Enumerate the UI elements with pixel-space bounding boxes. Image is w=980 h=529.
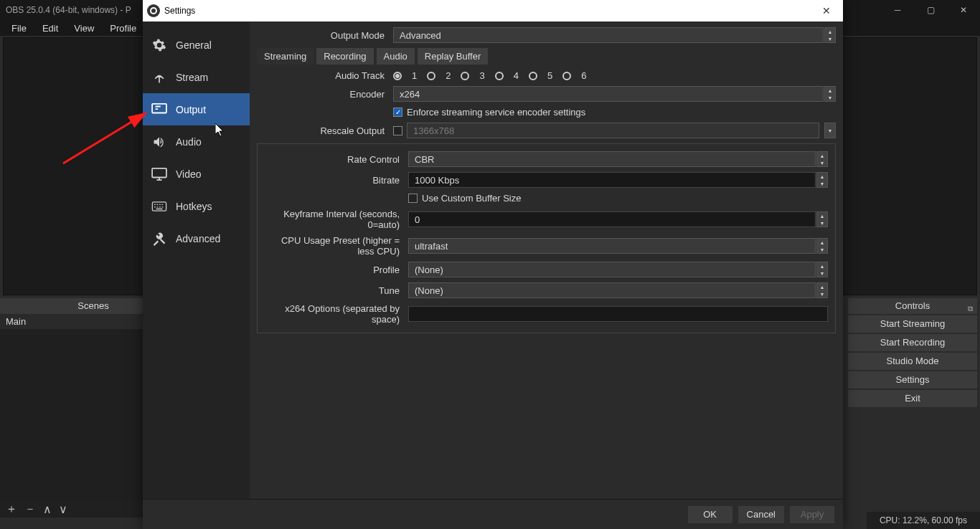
status-bar: CPU: 12.2%, 60.00 fps xyxy=(867,512,980,529)
audio-track-5-radio[interactable] xyxy=(529,72,537,80)
settings-content: Output Mode Advanced ▲▼ Streaming Record… xyxy=(250,22,843,499)
audio-track-3-label: 3 xyxy=(479,70,484,81)
output-mode-select[interactable]: Advanced xyxy=(393,27,824,43)
cpu-preset-spin[interactable]: ▲▼ xyxy=(816,238,828,254)
audio-track-1-label: 1 xyxy=(412,70,417,81)
rescale-spin: ▼ xyxy=(824,123,836,138)
menu-file[interactable]: File xyxy=(4,22,34,35)
svg-rect-3 xyxy=(152,168,166,177)
settings-dialog: Settings ✕ General Stream Output xyxy=(143,0,843,529)
audio-track-label: Audio Track xyxy=(257,70,393,81)
display-icon xyxy=(150,168,169,181)
settings-nav: General Stream Output Audio xyxy=(143,22,250,499)
keyboard-icon xyxy=(150,201,169,211)
menu-edit[interactable]: Edit xyxy=(35,22,65,35)
start-recording-button[interactable]: Start Recording xyxy=(848,334,977,351)
apply-button[interactable]: Apply xyxy=(790,506,834,523)
close-button[interactable]: ✕ xyxy=(947,0,980,20)
cpu-preset-select[interactable]: ultrafast xyxy=(408,238,816,254)
nav-advanced-label: Advanced xyxy=(176,233,220,244)
svg-rect-2 xyxy=(152,103,166,113)
audio-track-5-label: 5 xyxy=(547,70,552,81)
rate-control-spin[interactable]: ▲▼ xyxy=(816,151,828,167)
nav-advanced[interactable]: Advanced xyxy=(143,222,250,254)
output-tabs: Streaming Recording Audio Replay Buffer xyxy=(257,48,836,65)
audio-track-4-radio[interactable] xyxy=(495,72,504,80)
ok-button[interactable]: OK xyxy=(688,506,732,523)
gear-icon xyxy=(150,38,169,52)
keyframe-spin[interactable]: ▲▼ xyxy=(816,211,828,227)
settings-close-button[interactable]: ✕ xyxy=(810,0,843,22)
nav-audio[interactable]: Audio xyxy=(143,125,250,158)
tab-replay-buffer[interactable]: Replay Buffer xyxy=(418,48,489,65)
nav-video[interactable]: Video xyxy=(143,158,250,190)
output-mode-label: Output Mode xyxy=(257,30,393,41)
tune-select[interactable]: (None) xyxy=(408,282,816,298)
studio-mode-button[interactable]: Studio Mode xyxy=(848,353,977,370)
profile-spin[interactable]: ▲▼ xyxy=(816,262,828,277)
settings-footer: OK Cancel Apply xyxy=(143,499,843,529)
nav-general-label: General xyxy=(176,39,212,51)
menu-view[interactable]: View xyxy=(67,22,101,35)
cancel-button[interactable]: Cancel xyxy=(738,506,784,523)
profile-select[interactable]: (None) xyxy=(408,262,816,277)
add-scene-icon[interactable]: ＋ xyxy=(6,502,17,517)
move-down-icon[interactable]: ∨ xyxy=(59,502,67,516)
antenna-icon xyxy=(150,70,169,85)
start-streaming-button[interactable]: Start Streaming xyxy=(848,315,977,333)
rescale-checkbox[interactable] xyxy=(393,126,402,135)
encoder-spin[interactable]: ▲▼ xyxy=(824,86,836,102)
audio-track-2-radio[interactable] xyxy=(427,72,435,80)
controls-panel-header: Controls ⧉ xyxy=(848,298,977,314)
move-up-icon[interactable]: ∧ xyxy=(43,502,52,516)
rate-control-label: Rate Control xyxy=(265,154,408,165)
keyframe-input[interactable]: 0 xyxy=(408,211,816,227)
custom-buffer-label: Use Custom Buffer Size xyxy=(422,193,521,204)
rate-control-select[interactable]: CBR xyxy=(408,151,816,167)
nav-stream-label: Stream xyxy=(176,72,208,83)
settings-button[interactable]: Settings xyxy=(848,371,977,389)
nav-general[interactable]: General xyxy=(143,29,250,61)
popout-icon[interactable]: ⧉ xyxy=(968,301,973,317)
tab-audio[interactable]: Audio xyxy=(377,48,415,65)
encoder-select[interactable]: x264 xyxy=(393,86,824,102)
svg-point-1 xyxy=(151,9,156,13)
svg-rect-4 xyxy=(152,201,166,210)
monitor-icon xyxy=(150,103,169,116)
encoder-settings-panel: Rate Control CBR ▲▼ Bitrate 1000 Kbps ▲▼ xyxy=(257,143,836,333)
tune-label: Tune xyxy=(265,285,408,296)
keyframe-label: Keyframe Interval (seconds, 0=auto) xyxy=(265,209,408,230)
nav-audio-label: Audio xyxy=(176,136,202,148)
x264-options-input[interactable] xyxy=(408,306,828,322)
custom-buffer-checkbox[interactable] xyxy=(408,194,418,203)
audio-track-6-label: 6 xyxy=(581,70,586,81)
enforce-label: Enforce streaming service encoder settin… xyxy=(407,107,585,118)
output-mode-spin[interactable]: ▲▼ xyxy=(824,27,836,43)
tab-recording[interactable]: Recording xyxy=(316,48,373,65)
settings-titlebar: Settings ✕ xyxy=(143,0,843,22)
audio-track-3-radio[interactable] xyxy=(461,72,469,80)
minimize-button[interactable]: ─ xyxy=(881,0,914,20)
nav-stream[interactable]: Stream xyxy=(143,61,250,93)
obs-logo-icon xyxy=(147,4,160,17)
bitrate-spin[interactable]: ▲▼ xyxy=(816,172,828,188)
audio-track-6-radio[interactable] xyxy=(562,72,571,80)
exit-button[interactable]: Exit xyxy=(848,390,977,407)
nav-output-label: Output xyxy=(176,104,206,115)
bitrate-label: Bitrate xyxy=(265,175,408,186)
nav-hotkeys-label: Hotkeys xyxy=(176,201,212,212)
audio-track-4-label: 4 xyxy=(514,70,519,81)
nav-output[interactable]: Output xyxy=(143,93,250,125)
nav-video-label: Video xyxy=(176,168,202,180)
bitrate-input[interactable]: 1000 Kbps xyxy=(408,172,816,188)
tools-icon xyxy=(150,232,169,246)
audio-track-2-label: 2 xyxy=(446,70,451,81)
menu-profile[interactable]: Profile xyxy=(103,22,143,35)
enforce-checkbox[interactable]: ✓ xyxy=(393,108,402,117)
tab-streaming[interactable]: Streaming xyxy=(257,48,314,65)
audio-track-1-radio[interactable] xyxy=(393,72,402,80)
tune-spin[interactable]: ▲▼ xyxy=(816,282,828,298)
remove-scene-icon[interactable]: － xyxy=(24,502,36,517)
nav-hotkeys[interactable]: Hotkeys xyxy=(143,190,250,222)
maximize-button[interactable]: ▢ xyxy=(914,0,947,20)
